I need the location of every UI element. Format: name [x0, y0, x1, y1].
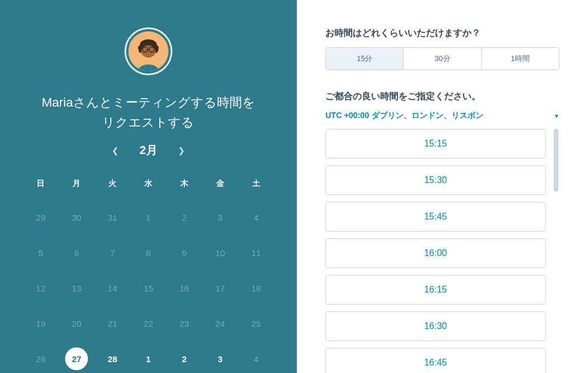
month-navigator: ❮ 2月 ❯: [107, 143, 189, 158]
calendar-day: 18: [238, 277, 274, 299]
calendar-day: 13: [59, 277, 95, 299]
calendar-day[interactable]: 2: [166, 347, 202, 370]
time-slot-list[interactable]: 15:1515:3015:4516:0016:1516:3016:45: [325, 129, 559, 373]
scrollbar-track[interactable]: [554, 129, 558, 373]
chevron-down-icon[interactable]: ▼: [554, 113, 559, 119]
calendar-day: 1: [131, 206, 167, 229]
calendar-day: 29: [23, 206, 59, 229]
avatar-image: [128, 31, 168, 71]
calendar-day: 20: [59, 312, 95, 335]
timezone-selector[interactable]: UTC +00:00 ダブリン、ロンドン、リスボン ▼: [325, 111, 559, 121]
calendar-day: 24: [202, 312, 238, 335]
calendar-day[interactable]: 28: [95, 347, 131, 370]
calendar-day: 10: [202, 241, 238, 264]
calendar-day: 4: [238, 347, 274, 370]
title-line-2: リクエストする: [42, 112, 255, 132]
calendar-day: 26: [23, 347, 59, 370]
calendar-day: 14: [95, 277, 131, 299]
dow-header: 日: [23, 179, 59, 193]
dow-header: 月: [59, 179, 95, 193]
scrollbar-thumb[interactable]: [554, 129, 558, 192]
dow-header: 金: [202, 179, 238, 193]
calendar-day: 6: [59, 241, 95, 264]
calendar-panel: Mariaさんとミーティングする時間を リクエストする ❮ 2月 ❯ 日月火水木…: [0, 0, 297, 373]
calendar-day: 31: [95, 206, 131, 229]
time-slot[interactable]: 15:30: [325, 165, 546, 195]
calendar-day: 9: [166, 241, 202, 264]
duration-option[interactable]: 30分: [403, 48, 481, 70]
calendar-grid: 日月火水木金土293031123456789101112131415161718…: [23, 179, 274, 370]
time-slot-container: 15:1515:3015:4516:0016:1516:3016:45: [325, 129, 559, 373]
time-slot[interactable]: 15:15: [325, 129, 546, 159]
time-slot[interactable]: 16:00: [325, 238, 546, 268]
calendar-day: 25: [238, 312, 274, 335]
calendar-day: 11: [238, 241, 274, 264]
calendar-day: 17: [202, 277, 238, 299]
dow-header: 水: [131, 179, 167, 193]
time-slot[interactable]: 15:45: [325, 202, 546, 232]
calendar-day: 3: [202, 206, 238, 229]
calendar-day: 4: [238, 206, 274, 229]
calendar-day: 16: [166, 277, 202, 299]
time-slot[interactable]: 16:15: [325, 275, 546, 305]
calendar-day[interactable]: 3: [202, 347, 238, 370]
duration-prompt: お時間はどれくらいいただけますか？: [325, 27, 559, 39]
page-title: Mariaさんとミーティングする時間を リクエストする: [42, 92, 255, 132]
prev-month-button[interactable]: ❮: [107, 144, 123, 157]
calendar-day[interactable]: 1: [131, 347, 167, 370]
duration-option[interactable]: 1時間: [481, 48, 559, 70]
duration-selector: 15分30分1時間: [325, 47, 559, 70]
time-selection-panel: お時間はどれくらいいただけますか？ 15分30分1時間 ご都合の良い時間をご指定…: [297, 0, 588, 373]
time-prompt: ご都合の良い時間をご指定ください。: [325, 91, 559, 103]
timezone-label[interactable]: UTC +00:00 ダブリン、ロンドン、リスボン: [325, 111, 484, 121]
calendar-day: 15: [131, 277, 167, 299]
duration-option[interactable]: 15分: [326, 48, 403, 70]
calendar-day: 5: [23, 241, 59, 264]
time-slot[interactable]: 16:45: [325, 348, 546, 373]
calendar-day: 30: [59, 206, 95, 229]
calendar-day: 19: [23, 312, 59, 335]
calendar-day: 12: [23, 277, 59, 299]
time-slot[interactable]: 16:30: [325, 311, 546, 341]
calendar-day: 7: [95, 241, 131, 264]
title-line-1: Mariaさんとミーティングする時間を: [42, 92, 255, 112]
dow-header: 木: [166, 179, 202, 193]
avatar: [124, 27, 172, 75]
calendar-day: 2: [166, 206, 202, 229]
dow-header: 火: [95, 179, 131, 193]
next-month-button[interactable]: ❯: [174, 144, 190, 157]
calendar-day[interactable]: 27: [59, 347, 95, 370]
dow-header: 土: [238, 179, 274, 193]
month-label: 2月: [139, 143, 157, 158]
calendar-day: 21: [95, 312, 131, 335]
calendar-day: 8: [131, 241, 167, 264]
calendar-day: 23: [166, 312, 202, 335]
calendar-day: 22: [131, 312, 167, 335]
